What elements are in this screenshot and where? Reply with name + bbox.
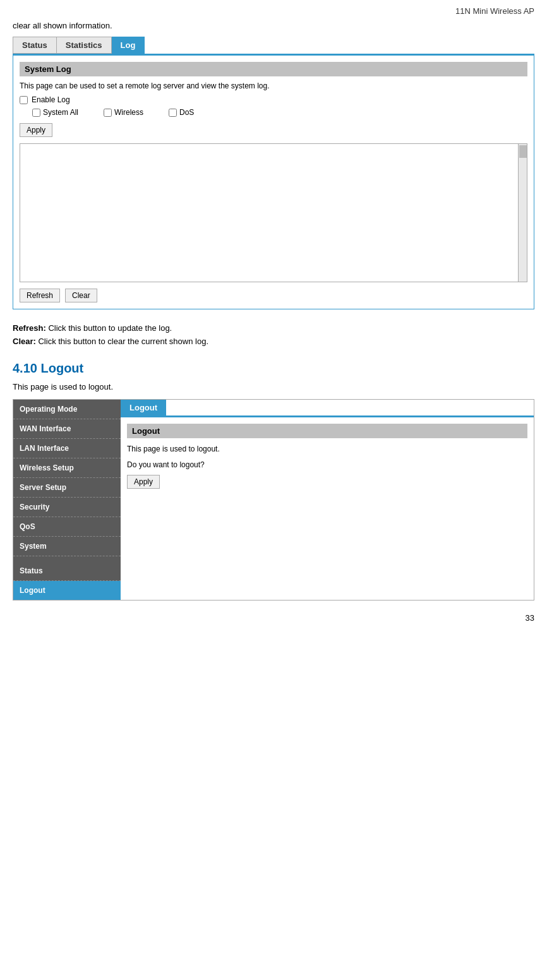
refresh-button[interactable]: Refresh	[20, 289, 60, 302]
logout-section-title: Logout	[127, 424, 527, 438]
wireless-label: Wireless	[114, 108, 143, 117]
sidebar-item-lan-interface[interactable]: LAN Interface	[13, 439, 121, 458]
logout-heading: 4.10 Logout	[13, 361, 534, 376]
tab-log[interactable]: Log	[112, 37, 145, 54]
section-title: System Log	[20, 62, 527, 76]
sidebar-item-wan-interface[interactable]: WAN Interface	[13, 419, 121, 439]
logout-subtext: This page is used to logout.	[13, 382, 534, 391]
log-scrollbar[interactable]	[518, 144, 527, 282]
logout-apply-button[interactable]: Apply	[127, 475, 160, 489]
sidebar-item-status[interactable]: Status	[13, 561, 121, 581]
refresh-text: Click this button to update the log.	[48, 323, 172, 333]
dos-option: DoS	[169, 108, 194, 117]
wireless-checkbox[interactable]	[104, 109, 112, 117]
sidebar-item-qos[interactable]: QoS	[13, 517, 121, 537]
logout-screenshot: Operating Mode WAN Interface LAN Interfa…	[13, 399, 534, 601]
sidebar-item-system[interactable]: System	[13, 537, 121, 556]
system-all-label: System All	[43, 108, 78, 117]
logout-main-content: Logout Logout This page is used to logou…	[121, 400, 534, 600]
dos-checkbox[interactable]	[169, 109, 177, 117]
sidebar-item-logout[interactable]: Logout	[13, 581, 121, 600]
clear-label: Clear:	[13, 337, 36, 346]
log-options: System All Wireless DoS	[32, 108, 527, 117]
page-number: 33	[13, 613, 534, 623]
clear-button[interactable]: Clear	[65, 289, 97, 302]
logout-line1: This page is used to logout.	[127, 443, 527, 455]
enable-log-row: Enable Log	[20, 95, 527, 104]
section-description: This page can be used to set a remote lo…	[20, 81, 527, 90]
enable-log-checkbox[interactable]	[20, 96, 28, 104]
tab-bar: Status Statistics Log	[13, 37, 534, 54]
sidebar-item-operating-mode[interactable]: Operating Mode	[13, 400, 121, 419]
descriptions-block: Refresh: Click this button to update the…	[13, 322, 534, 349]
tab-status[interactable]: Status	[13, 37, 57, 54]
log-button-row: Refresh Clear	[20, 289, 527, 302]
intro-text: clear all shown information.	[13, 21, 534, 30]
page-header: 11N Mini Wireless AP	[13, 6, 534, 16]
tab-statistics[interactable]: Statistics	[57, 37, 112, 54]
wireless-option: Wireless	[104, 108, 143, 117]
clear-desc: Clear: Click this button to clear the cu…	[13, 335, 534, 349]
dos-label: DoS	[179, 108, 194, 117]
apply-button-top[interactable]: Apply	[20, 123, 52, 137]
enable-log-label: Enable Log	[32, 95, 70, 104]
system-all-option: System All	[32, 108, 78, 117]
scrollbar-thumb	[519, 145, 527, 158]
logout-line2: Do you want to logout?	[127, 459, 527, 471]
sidebar-item-server-setup[interactable]: Server Setup	[13, 478, 121, 498]
sidebar: Operating Mode WAN Interface LAN Interfa…	[13, 400, 121, 600]
sidebar-item-wireless-setup[interactable]: Wireless Setup	[13, 458, 121, 478]
log-area	[20, 143, 527, 282]
clear-text: Click this button to clear the current s…	[38, 337, 208, 346]
refresh-label: Refresh:	[13, 323, 46, 333]
refresh-desc: Refresh: Click this button to update the…	[13, 322, 534, 335]
page-title: 11N Mini Wireless AP	[455, 6, 534, 16]
system-log-panel: System Log This page can be used to set …	[13, 54, 534, 309]
logout-inner-panel: Logout This page is used to logout. Do y…	[121, 415, 534, 495]
sidebar-item-security[interactable]: Security	[13, 498, 121, 517]
logout-active-tab[interactable]: Logout	[121, 400, 166, 415]
system-all-checkbox[interactable]	[32, 109, 40, 117]
